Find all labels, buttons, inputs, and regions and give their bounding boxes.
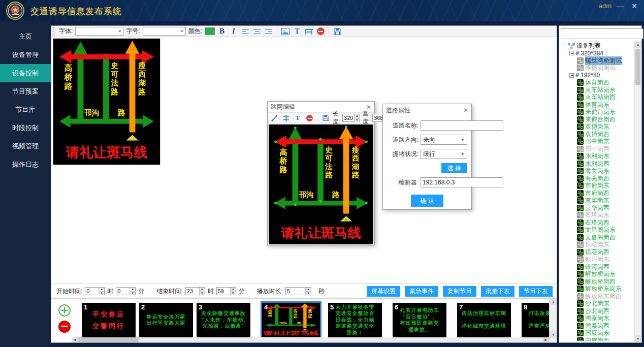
scrollbar-thumb[interactable] <box>78 337 139 342</box>
add-road-icon[interactable] <box>281 113 291 122</box>
confirm-button[interactable]: 确 认 <box>411 195 443 207</box>
close-icon[interactable]: ✕ <box>463 107 468 114</box>
sidebar-item-4[interactable]: 节目预案 <box>0 82 51 101</box>
road-name-field[interactable] <box>421 120 503 131</box>
program-thumbnail-7[interactable]: 依法治理非标车辆 净化城市交通环境7 <box>457 303 511 337</box>
logged-in-user[interactable]: adm <box>599 2 611 10</box>
tree-device-item[interactable]: 维扬岗测试 <box>560 65 635 72</box>
scroll-right-icon[interactable]: ▶ <box>543 337 549 342</box>
road-network-icon[interactable] <box>304 27 313 36</box>
start-minute-stepper[interactable]: 0▲▼ <box>116 287 136 295</box>
action-button-2[interactable]: 紧急事件 <box>405 286 438 297</box>
program-thumbnail-5[interactable]: 大力开展秋冬季交通安全整治百日会战，全力稳定道路交通安全形势！5 <box>328 303 382 337</box>
scroll-up-icon[interactable]: ▲ <box>635 41 641 48</box>
close-icon[interactable]: ✕ <box>366 104 371 111</box>
program-thumbnail-4[interactable]: 高桥路史可法路瘦西湖路邗沟路请礼让斑马线4 <box>261 301 321 338</box>
add-program-button[interactable] <box>58 304 71 317</box>
sidebar-item-8[interactable]: 操作日志 <box>0 155 51 174</box>
scroll-down-icon[interactable]: ▼ <box>635 335 641 342</box>
road-name-label: 道路名称: <box>387 121 418 130</box>
action-button-1[interactable]: 屏幕设置 <box>367 286 400 297</box>
select-button[interactable]: 选 择 <box>441 163 467 173</box>
traffic-signal-icon <box>577 212 584 218</box>
group-icon-wrap: # <box>575 72 579 79</box>
align-right-button[interactable] <box>264 27 273 36</box>
traffic-signal-icon <box>577 300 584 307</box>
action-button-3[interactable]: 复制节目 <box>443 286 476 297</box>
color-swatch[interactable] <box>205 27 215 35</box>
end-minute-stepper[interactable]: 59▲▼ <box>216 287 236 295</box>
align-center-button[interactable] <box>252 27 262 36</box>
tree-device-item[interactable]: 国展岗西 <box>560 337 635 341</box>
tree-scrollbar[interactable]: ▲ ▼ <box>634 41 641 342</box>
remove-program-button[interactable] <box>58 321 71 333</box>
start-hour-stepper[interactable]: 0▲▼ <box>85 287 105 295</box>
scroll-left-icon[interactable]: ◀ <box>72 337 78 342</box>
vertical-scrollbar[interactable]: ▲ ▼ <box>549 299 557 342</box>
road-network-edit-canvas[interactable]: 高桥路史可法路瘦西湖路邗沟路请礼让斑马线 <box>269 124 373 244</box>
duration-stepper[interactable]: 5▲▼ <box>285 287 311 295</box>
program-thumbnail-6[interactable]: 扎实开展电动车“百日整治”，有效预防道路交通事故。6 <box>393 303 446 337</box>
end-hour-stepper[interactable]: 23▲▼ <box>185 287 205 295</box>
length-label: 长度: <box>333 110 340 125</box>
delete-icon[interactable] <box>316 27 325 36</box>
resolution-group-icon: # <box>575 50 579 57</box>
length-stepper[interactable]: 320 ▲▼ <box>342 114 360 122</box>
sidebar-item-2[interactable]: 设备管理 <box>0 46 51 64</box>
close-icon[interactable]: ✕ <box>629 1 640 11</box>
action-button-5[interactable]: 节目下发 <box>519 286 553 297</box>
svg-text:桥: 桥 <box>64 73 73 81</box>
program-number: 8 <box>524 303 527 311</box>
light-icon-wrap <box>577 315 584 322</box>
scroll-down-icon[interactable]: ▼ <box>550 331 557 338</box>
congestion-select[interactable]: 缓行▼ <box>421 149 467 159</box>
program-thumbnail-3[interactable]: 发生轻微交通事故“人未伤，车能动,先拍照，后撤离”3 <box>197 303 250 337</box>
save-icon[interactable] <box>321 113 330 122</box>
program-thumbnail-2[interactable]: 春运安全连万家出行平安靠大家2 <box>139 303 193 337</box>
collapse-toggle-icon[interactable] <box>562 44 566 48</box>
sidebar-item-3[interactable]: 设备控制 <box>0 64 51 82</box>
light-icon-wrap <box>577 256 584 263</box>
action-button-4[interactable]: 批量下发 <box>481 286 514 297</box>
draw-line-icon[interactable] <box>270 113 279 122</box>
detector-field[interactable] <box>421 177 503 187</box>
svg-text:湖: 湖 <box>138 79 146 87</box>
save-icon[interactable] <box>333 27 342 36</box>
minimize-icon[interactable]: — <box>615 1 626 11</box>
sidebar-item-1[interactable]: 主页 <box>0 27 51 46</box>
svg-text:路: 路 <box>279 166 287 174</box>
road-direction-select[interactable]: 来向▼ <box>421 135 467 145</box>
program-thumbnail-1[interactable]: 平安春运交警同行1 <box>82 303 136 337</box>
svg-text:路: 路 <box>293 316 298 319</box>
collapse-toggle-icon[interactable] <box>569 51 574 55</box>
light-icon-wrap <box>577 79 584 86</box>
tree-root-device-list[interactable]: 设备列表 <box>560 42 635 50</box>
insert-text-icon[interactable]: T <box>293 27 302 36</box>
traffic-signal-icon <box>577 249 584 256</box>
scroll-up-icon[interactable]: ▲ <box>550 299 557 305</box>
horizontal-scrollbar[interactable]: ◀ ▶ <box>72 337 549 342</box>
align-left-button[interactable] <box>241 27 250 36</box>
scrollbar-thumb[interactable] <box>635 49 640 85</box>
light-icon-wrap <box>577 337 584 341</box>
italic-button[interactable]: I <box>229 27 238 36</box>
road-direction-label: 道路方向: <box>387 136 418 144</box>
insert-image-icon[interactable] <box>281 27 290 36</box>
font-family-select[interactable]: ▼ <box>75 27 123 36</box>
sidebar-item-5[interactable]: 节目库 <box>0 101 51 119</box>
device-search-input[interactable] <box>561 28 643 39</box>
traffic-signal-icon <box>577 315 584 322</box>
sidebar-item-7[interactable]: 视频管理 <box>0 137 51 155</box>
display-preview[interactable]: 高桥路史可法路瘦西湖路邗沟路请礼让斑马线 <box>53 38 160 165</box>
svg-text:史: 史 <box>111 61 118 70</box>
sidebar-item-6[interactable]: 时段控制 <box>0 119 51 137</box>
svg-text:高: 高 <box>279 148 287 157</box>
collapse-toggle-icon[interactable] <box>569 73 574 78</box>
insert-text-icon[interactable]: T <box>293 113 302 122</box>
bold-button[interactable]: B <box>217 27 227 36</box>
font-size-select[interactable]: ▼ <box>143 27 186 36</box>
light-icon-wrap <box>577 300 584 307</box>
delete-icon[interactable] <box>305 113 314 122</box>
editor-canvas[interactable]: 高桥路史可法路瘦西湖路邗沟路请礼让斑马线 路网编辑 ✕ T 长 <box>51 37 557 283</box>
traffic-signal-icon <box>577 94 584 101</box>
